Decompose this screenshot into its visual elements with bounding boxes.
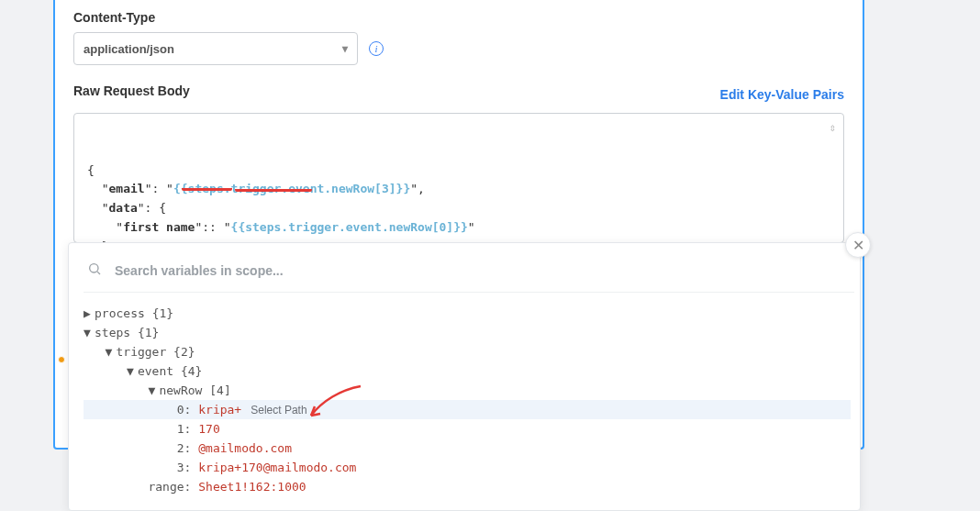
tree-node-event[interactable]: ▼event {4}	[84, 361, 851, 381]
chevron-down-icon: ▼	[84, 326, 95, 339]
chevron-down-icon: ▼	[148, 383, 159, 397]
tree-node-process[interactable]: ▶process {1}	[84, 304, 851, 323]
select-path-action[interactable]: Select Path	[251, 404, 306, 417]
annotation-underline	[182, 185, 232, 191]
chevron-down-icon: ▼	[127, 364, 138, 378]
content-type-label: Content-Type	[73, 10, 844, 25]
info-icon[interactable]: i	[369, 41, 384, 56]
variable-picker-popup: ✕ ▶process {1} ▼steps {1} ▼trigger {2} ▼…	[68, 242, 861, 511]
search-input[interactable]	[115, 263, 851, 278]
content-type-value: application/json	[84, 42, 174, 56]
json-key-data: data	[108, 201, 137, 215]
close-icon: ✕	[852, 237, 864, 254]
json-key-firstname: first name	[123, 220, 195, 234]
tree-leaf-2[interactable]: 2: @mailmodo.com	[84, 439, 851, 458]
search-icon	[87, 261, 102, 279]
raw-body-editor[interactable]: ⇳ { "email": "{{steps.trigger.event.newR…	[73, 113, 844, 243]
chevron-down-icon: ▾	[342, 42, 348, 55]
annotation-underline	[235, 186, 312, 192]
chevron-down-icon: ▼	[105, 345, 116, 359]
json-val-firstname: {{steps.trigger.event.newRow[0]}}	[231, 220, 468, 234]
warning-badge	[58, 356, 65, 363]
resize-handle-icon[interactable]: ⇳	[830, 119, 836, 137]
tree-leaf-0[interactable]: 0: kripa+Select Path	[84, 400, 851, 419]
svg-line-1	[97, 272, 100, 274]
raw-body-header: Raw Request Body Edit Key-Value Pairs	[73, 83, 844, 106]
tree-node-steps[interactable]: ▼steps {1}	[84, 323, 851, 342]
variable-tree[interactable]: ▶process {1} ▼steps {1} ▼trigger {2} ▼ev…	[84, 304, 854, 505]
tree-node-trigger[interactable]: ▼trigger {2}	[84, 342, 851, 361]
svg-point-0	[90, 264, 98, 272]
raw-body-label: Raw Request Body	[73, 83, 190, 98]
tree-node-newrow[interactable]: ▼newRow [4]	[84, 381, 851, 400]
search-row	[84, 258, 854, 293]
content-type-select[interactable]: application/json ▾	[73, 32, 358, 65]
tree-leaf-1[interactable]: 1: 170	[84, 419, 851, 439]
tree-leaf-3[interactable]: 3: kripa+170@mailmodo.com	[84, 458, 851, 477]
json-key-email: email	[108, 182, 144, 195]
content-type-row: application/json ▾ i	[73, 32, 844, 65]
edit-kv-link[interactable]: Edit Key-Value Pairs	[720, 87, 844, 102]
tree-leaf-range[interactable]: range: Sheet1!162:1000	[84, 477, 851, 496]
chevron-right-icon: ▶	[84, 306, 95, 320]
close-button[interactable]: ✕	[845, 232, 871, 258]
